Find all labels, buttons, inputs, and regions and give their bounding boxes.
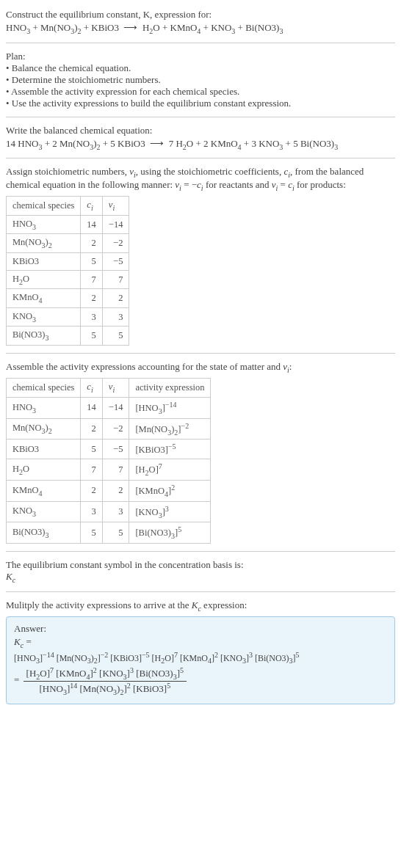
title-text: Construct the equilibrium constant, K, e… [6,9,212,20]
ci-cell: 14 [81,397,103,418]
divider [6,158,395,158]
table-header: ci [81,197,103,216]
species-cell: Bi(NO3)3 [7,522,81,544]
plan-section: Plan: • Balance the chemical equation. •… [6,51,395,109]
species-cell: KBiO3 [7,252,81,270]
table-header: νi [102,197,129,216]
species-cell: Bi(NO3)3 [7,327,81,346]
ci-cell: 7 [81,459,103,481]
activity-cell: [KBiO3]−5 [129,440,211,459]
kc-fraction: = [H2O]7 [KMnO4]2 [KNO3]3 [Bi(NO3)3]5 [H… [14,666,387,696]
kc-symbol: Kc [6,571,395,584]
vi-cell: −2 [102,234,129,253]
vi-cell: −2 [102,418,129,440]
activity-cell: [H2O]7 [129,459,211,481]
ci-cell: 5 [81,327,103,346]
ci-cell: 2 [81,234,103,253]
table-row: KNO333[KNO3]3 [7,501,211,522]
table-row: KNO333 [7,307,129,327]
ci-cell: 7 [81,270,103,289]
table-row: Mn(NO3)22−2[Mn(NO3)2]−2 [7,418,211,440]
ci-cell: 14 [81,215,103,234]
table-row: H2O77[H2O]7 [7,459,211,481]
vi-cell: −14 [102,215,129,234]
table-row: Bi(NO3)355 [7,327,129,346]
table-row: HNO314−14 [7,215,129,234]
table-row: H2O77 [7,270,129,289]
species-cell: KBiO3 [7,440,81,459]
vi-cell: 7 [102,459,129,481]
answer-box: Answer: Kc = [HNO3]−14 [Mn(NO3)2]−2 [KBi… [6,616,395,704]
activity-cell: [Bi(NO3)3]5 [129,522,211,544]
table-header: chemical species [7,379,81,398]
vi-cell: 2 [102,289,129,308]
table-row: Bi(NO3)355[Bi(NO3)3]5 [7,522,211,544]
table-header: νi [102,379,129,398]
table-row: KBiO35−5 [7,252,129,270]
vi-cell: −5 [102,252,129,270]
balanced-equation: 14 HNO3 + 2 Mn(NO3)2 + 5 KBiO3 ⟶ 7 H2O +… [6,138,395,151]
divider [6,353,395,354]
table-header: ci [81,379,103,398]
species-cell: H2O [7,270,81,289]
kc-expanded: [HNO3]−14 [Mn(NO3)2]−2 [KBiO3]−5 [H2O]7 … [14,651,387,665]
vi-cell: −14 [102,397,129,418]
species-cell: KMnO4 [7,481,81,502]
plan-item: • Balance the chemical equation. [6,62,395,74]
ci-cell: 5 [81,252,103,270]
divider [6,117,395,117]
ci-cell: 2 [81,418,103,440]
table-header: chemical species [7,197,81,216]
stoich-header: Assign stoichiometric numbers, νi, using… [6,166,395,192]
vi-cell: 3 [102,307,129,327]
balanced-header: Write the balanced chemical equation: [6,125,395,136]
divider [6,591,395,592]
ci-cell: 2 [81,481,103,502]
table-row: KMnO422[KMnO4]2 [7,481,211,502]
plan-header: Plan: [6,51,395,62]
ci-cell: 5 [81,522,103,544]
plan-item: • Assemble the activity expression for e… [6,86,395,98]
vi-cell: 5 [102,327,129,346]
vi-cell: 5 [102,522,129,544]
table-row: KMnO422 [7,289,129,308]
vi-cell: −5 [102,440,129,459]
kc-lhs: Kc = [14,636,387,649]
multiply-header: Mulitply the activity expressions to arr… [6,599,395,613]
table-row: Mn(NO3)22−2 [7,234,129,253]
activity-cell: [KMnO4]2 [129,481,211,502]
species-cell: HNO3 [7,215,81,234]
activity-table: chemical species ci νi activity expressi… [6,378,211,544]
species-cell: KNO3 [7,501,81,522]
species-cell: Mn(NO3)2 [7,418,81,440]
unbalanced-equation: HNO3 + Mn(NO3)2 + KBiO3 ⟶ H2O + KMnO4 + … [6,22,395,35]
plan-item: • Determine the stoichiometric numbers. [6,74,395,86]
species-cell: HNO3 [7,397,81,418]
table-row: KBiO35−5[KBiO3]−5 [7,440,211,459]
divider [6,43,395,43]
frac-numerator: [H2O]7 [KMnO4]2 [KNO3]3 [Bi(NO3)3]5 [24,666,187,682]
activity-cell: [HNO3]−14 [129,397,211,418]
title-line: Construct the equilibrium constant, K, e… [6,9,395,21]
plan-item: • Use the activity expressions to build … [6,98,395,109]
ci-cell: 5 [81,440,103,459]
table-row: HNO314−14[HNO3]−14 [7,397,211,418]
vi-cell: 7 [102,270,129,289]
frac-denominator: [HNO3]14 [Mn(NO3)2]2 [KBiO3]5 [24,682,187,696]
species-cell: KMnO4 [7,289,81,308]
ci-cell: 2 [81,289,103,308]
table-header: activity expression [129,379,211,398]
species-cell: H2O [7,459,81,481]
answer-label: Answer: [14,623,387,635]
kc-symbol-header: The equilibrium constant symbol in the c… [6,559,395,571]
ci-cell: 3 [81,307,103,327]
activity-cell: [Mn(NO3)2]−2 [129,418,211,440]
species-cell: Mn(NO3)2 [7,234,81,253]
activity-cell: [KNO3]3 [129,501,211,522]
divider [6,551,395,552]
species-cell: KNO3 [7,307,81,327]
activity-header: Assemble the activity expressions accoun… [6,361,395,374]
vi-cell: 3 [102,501,129,522]
vi-cell: 2 [102,481,129,502]
ci-cell: 3 [81,501,103,522]
